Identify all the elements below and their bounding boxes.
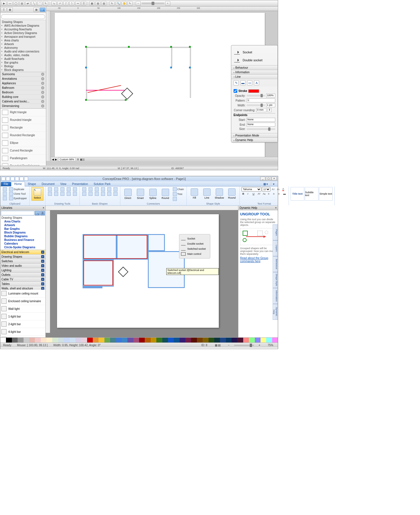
close-button[interactable]: × bbox=[272, 177, 277, 181]
zoom-in[interactable]: + bbox=[165, 1, 170, 6]
bs-4[interactable] bbox=[100, 187, 106, 192]
bs-9[interactable] bbox=[94, 192, 100, 196]
line-tool-text[interactable]: A bbox=[254, 80, 259, 85]
qat-more[interactable] bbox=[24, 177, 28, 181]
color-swatch[interactable] bbox=[255, 338, 261, 342]
round-button[interactable]: Round bbox=[226, 187, 238, 201]
lib-shape[interactable]: Wall light bbox=[0, 305, 45, 313]
color-swatch[interactable] bbox=[139, 338, 145, 342]
opacity-slider[interactable] bbox=[247, 95, 265, 96]
cat-item[interactable]: AWS Architecture Diagrams bbox=[0, 24, 46, 28]
connector-round[interactable]: Round bbox=[159, 187, 171, 201]
shadow-button[interactable]: Shadow bbox=[213, 187, 225, 201]
tool-j[interactable]: ✎ bbox=[127, 1, 133, 6]
sidetab-pages[interactable]: Pages bbox=[273, 224, 278, 240]
color-swatch[interactable] bbox=[70, 338, 75, 342]
lib-shape[interactable]: Luminaire ceiling mount bbox=[0, 290, 45, 297]
superscript[interactable]: A² bbox=[257, 192, 261, 196]
simple-text-style[interactable]: Simple text bbox=[319, 187, 333, 201]
tool-pen[interactable]: ✎ bbox=[43, 1, 48, 6]
zoom-out[interactable]: − bbox=[136, 1, 141, 6]
dt-9[interactable] bbox=[66, 192, 72, 196]
stroke-color[interactable] bbox=[248, 89, 259, 93]
color-swatch[interactable] bbox=[0, 338, 6, 342]
color-swatch[interactable] bbox=[243, 338, 249, 342]
color-swatch[interactable] bbox=[203, 338, 208, 342]
lib-shape[interactable]: 6-light bar bbox=[0, 336, 45, 337]
libcat[interactable]: Video and audio× bbox=[0, 264, 45, 268]
tool-pointer[interactable]: ▶ bbox=[1, 1, 7, 6]
corner-stepper[interactable]: ⇕ bbox=[268, 108, 272, 112]
color-swatch[interactable] bbox=[64, 338, 70, 342]
cat-item[interactable]: Aerospace and transport bbox=[0, 35, 46, 39]
subscript[interactable]: A₂ bbox=[262, 192, 266, 196]
cat-item[interactable]: Audio and video connectors bbox=[0, 50, 46, 53]
shape-item[interactable]: Curved Rectangle bbox=[0, 147, 46, 155]
page-nav-next[interactable]: ▶ bbox=[55, 158, 57, 161]
cat-drawing-shapes[interactable]: Drawing Shapes bbox=[0, 20, 46, 24]
tool-d[interactable]: ⤵ bbox=[69, 1, 74, 6]
fill-button[interactable]: Fill bbox=[188, 187, 200, 201]
dynhelp-close-icon[interactable]: × bbox=[275, 206, 277, 209]
subcat[interactable]: Annotations× bbox=[0, 77, 46, 81]
tool-zoom[interactable]: 🔍 bbox=[116, 1, 121, 6]
sidetab-information[interactable]: Information bbox=[273, 288, 278, 304]
color-swatch[interactable] bbox=[145, 338, 150, 342]
maximize-button[interactable]: ▢ bbox=[266, 177, 271, 181]
subcat[interactable]: Sunrooms× bbox=[0, 72, 46, 77]
color-swatch[interactable] bbox=[110, 338, 116, 342]
color-swatch[interactable] bbox=[58, 338, 64, 342]
color-swatch[interactable] bbox=[104, 338, 110, 342]
color-swatch[interactable] bbox=[156, 338, 162, 342]
tab-home[interactable]: Home bbox=[11, 182, 25, 186]
subcat[interactable]: Bedroom× bbox=[0, 90, 46, 95]
color-swatch[interactable] bbox=[168, 338, 174, 342]
shape-item[interactable]: Rounded Parallelogram bbox=[0, 162, 46, 166]
color-swatch[interactable] bbox=[116, 338, 122, 342]
zoom-display[interactable]: Custom 98% bbox=[58, 158, 76, 161]
bs-3[interactable] bbox=[94, 187, 100, 192]
close-icon[interactable]: × bbox=[41, 77, 44, 80]
italic[interactable]: I bbox=[247, 192, 251, 196]
dt-5[interactable] bbox=[72, 187, 78, 192]
cat-item[interactable]: Area charts bbox=[0, 39, 46, 42]
close-icon[interactable]: × bbox=[41, 100, 44, 103]
libcat[interactable]: Cable TV× bbox=[0, 277, 45, 282]
color-swatch[interactable] bbox=[87, 338, 93, 342]
cat-item[interactable]: Block diagrams bbox=[0, 68, 46, 72]
zoom-out-2[interactable]: − bbox=[225, 344, 232, 347]
libtree-item[interactable]: Bubble Diagrams bbox=[0, 234, 45, 238]
bs-1[interactable] bbox=[81, 187, 87, 192]
qat-save[interactable] bbox=[10, 177, 14, 181]
cat-item[interactable]: Audio, video, media bbox=[0, 53, 46, 57]
color-swatch[interactable] bbox=[127, 338, 133, 342]
opacity-value[interactable]: 100% bbox=[266, 94, 275, 98]
libcat[interactable]: Drawing Shapes× bbox=[0, 255, 45, 259]
color-swatch[interactable] bbox=[35, 338, 41, 342]
tab-solution-park[interactable]: Solution Park bbox=[91, 182, 113, 186]
side-btn-1[interactable]: ☰ bbox=[1, 7, 7, 12]
close-icon[interactable]: × bbox=[41, 287, 44, 290]
shape-item[interactable]: Rectangle bbox=[0, 124, 46, 132]
cat-item[interactable]: Active Directory Diagrams bbox=[0, 31, 46, 35]
tab-shape[interactable]: Shape bbox=[25, 182, 39, 186]
color-swatch[interactable] bbox=[151, 338, 156, 342]
color-swatch[interactable] bbox=[98, 338, 104, 342]
bs-12[interactable] bbox=[113, 192, 118, 196]
shape-item[interactable]: Rounded Rectangle bbox=[0, 132, 46, 139]
close-icon[interactable]: × bbox=[41, 251, 44, 254]
view-icons[interactable]: ▦ ▤ bbox=[212, 344, 224, 347]
help-link[interactable]: Read about the Group commands here bbox=[240, 257, 268, 263]
bg-color[interactable]: ▬ bbox=[282, 192, 287, 196]
dt-8[interactable] bbox=[60, 192, 65, 196]
libtree-item[interactable]: Block Diagrams bbox=[0, 231, 45, 234]
library-search-input[interactable] bbox=[1, 211, 34, 215]
lib-shape[interactable]: Enclosed ceiling luminaire bbox=[0, 297, 45, 305]
bs-5[interactable] bbox=[106, 187, 112, 192]
bs-2[interactable] bbox=[88, 187, 93, 192]
bs-10[interactable] bbox=[100, 192, 106, 196]
lib-shape[interactable]: 2-light bar bbox=[0, 320, 45, 328]
color-swatch[interactable] bbox=[93, 338, 98, 342]
copy-button[interactable] bbox=[2, 192, 8, 196]
libcat[interactable]: Lighting× bbox=[0, 268, 45, 273]
